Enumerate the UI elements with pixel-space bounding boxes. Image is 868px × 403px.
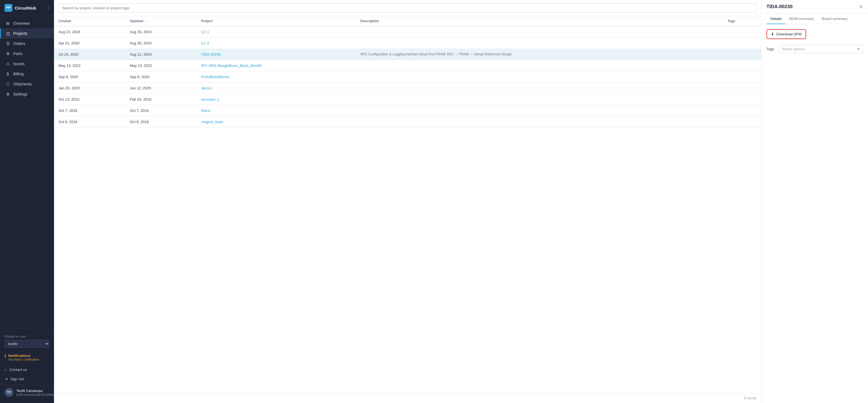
sign-out-label: Sign out [10, 377, 24, 381]
billing-icon: $ [5, 72, 10, 76]
cell-tags [723, 26, 761, 38]
table-row: Jan 20, 2020Jun 12, 2020demo1 [54, 82, 761, 94]
sidebar-item-issues-label: Issues [13, 62, 25, 66]
project-link[interactable]: eurorack_1 [201, 97, 219, 101]
parts-icon: ⚙ [5, 52, 10, 56]
cell-project[interactable]: IPC-2581-BeagleBone_Black_RevB6 [196, 60, 356, 71]
table-row: Oct 6, 2016Oct 6, 2016magnet_base [54, 116, 761, 128]
notifications-subtitle: You have 1 notification [8, 358, 39, 361]
col-tags: Tags [723, 16, 761, 26]
sidebar-item-settings-label: Settings [13, 92, 28, 96]
sidebar-item-overview[interactable]: ⊞ Overview [0, 18, 54, 28]
cell-project[interactable]: ProtoBoardDemo [196, 71, 356, 82]
sidebar-item-settings[interactable]: ⚙ Settings [0, 89, 54, 99]
tags-select[interactable]: Select options [779, 45, 863, 54]
sidebar-bottom: Display for user teofilc ℹ Notifications… [0, 328, 54, 403]
cell-tags [723, 49, 761, 60]
sign-out-icon: ⇥ [4, 377, 8, 381]
cell-project[interactable]: frame [196, 105, 356, 116]
project-link[interactable]: LC-1 [201, 30, 209, 34]
col-updated[interactable]: Updated ↓ [125, 16, 197, 26]
contact-icon: ○ [4, 368, 7, 372]
cell-updated: Jun 12, 2020 [125, 82, 197, 94]
sidebar-item-billing-label: Billing [13, 72, 24, 76]
cell-description [356, 116, 723, 128]
cell-project[interactable]: demo1 [196, 82, 356, 94]
orders-icon: ☰ [5, 41, 10, 46]
cell-project[interactable]: TIDA-00230 [196, 49, 356, 60]
project-link[interactable]: frame [201, 108, 210, 113]
sidebar-item-projects[interactable]: ◫ Projects [0, 28, 54, 38]
table-container: Created Updated ↓ Project Description Ta… [54, 16, 761, 393]
contact-us-label: Contact us [9, 368, 27, 372]
sidebar-item-parts[interactable]: ⚙ Parts [0, 48, 54, 59]
project-link[interactable]: demo1 [201, 86, 212, 90]
right-panel: TIDA-00230 ✕ Details BOM summary Board s… [761, 0, 868, 403]
display-for-user-section: Display for user teofilc [0, 332, 54, 351]
download-dfm-button[interactable]: ⬇ Download DFM [767, 29, 806, 39]
cell-tags [723, 116, 761, 128]
close-panel-button[interactable]: ✕ [859, 4, 863, 9]
cell-updated: Aug 30, 2024 [125, 26, 197, 38]
display-for-user-select[interactable]: teofilc [4, 340, 50, 348]
table-row: Apr 21, 2020Aug 30, 2024LC-2 [54, 38, 761, 49]
cell-project[interactable]: magnet_base [196, 116, 356, 128]
cell-project[interactable]: LC-1 [196, 26, 356, 38]
cell-updated: Aug 12, 2024 [125, 49, 197, 60]
cell-created: Jan 20, 2020 [54, 82, 125, 94]
shipments-icon: ⬡ [5, 82, 10, 86]
notifications-title[interactable]: Notifications [8, 354, 39, 358]
cell-description [356, 94, 723, 105]
cell-tags [723, 71, 761, 82]
project-link[interactable]: LC-2 [201, 41, 209, 45]
cell-description [356, 38, 723, 49]
overview-icon: ⊞ [5, 21, 10, 26]
sidebar-item-issues[interactable]: ⚠ Issues [0, 59, 54, 69]
cell-project[interactable]: eurorack_1 [196, 94, 356, 105]
bottom-links: ○ Contact us ⇥ Sign out [0, 364, 54, 385]
cell-project[interactable]: LC-2 [196, 38, 356, 49]
sidebar-item-parts-label: Parts [13, 52, 23, 56]
results-count: 9 results [744, 396, 757, 400]
col-created: Created [54, 16, 125, 26]
panel-header: TIDA-00230 ✕ [762, 0, 868, 14]
sidebar-item-orders[interactable]: ☰ Orders [0, 38, 54, 48]
cell-description [356, 71, 723, 82]
cell-created: Oct 6, 2016 [54, 116, 125, 128]
contact-us-link[interactable]: ○ Contact us [0, 365, 54, 374]
tags-label: Tags [767, 47, 774, 51]
table-header-row: Created Updated ↓ Project Description Ta… [54, 16, 761, 26]
cell-created: Aug 23, 2024 [54, 26, 125, 38]
table-row: Aug 23, 2024Aug 30, 2024LC-1 [54, 26, 761, 38]
notification-icon: ℹ [4, 354, 6, 358]
cell-tags [723, 82, 761, 94]
tab-details[interactable]: Details [767, 14, 786, 24]
table-row: May 13, 2022May 13, 2022IPC-2581-BeagleB… [54, 60, 761, 71]
project-link[interactable]: TIDA-00230 [201, 52, 221, 57]
sign-out-link[interactable]: ⇥ Sign out [0, 374, 54, 383]
cell-updated: May 13, 2022 [125, 60, 197, 71]
projects-icon: ◫ [5, 31, 10, 36]
user-name: Teofil Camarasu [16, 389, 54, 393]
cell-tags [723, 60, 761, 71]
project-link[interactable]: ProtoBoardDemo [201, 75, 229, 79]
project-link[interactable]: magnet_base [201, 120, 223, 124]
cell-tags [723, 94, 761, 105]
cell-updated: Aug 30, 2024 [125, 38, 197, 49]
cell-updated: Oct 6, 2016 [125, 116, 197, 128]
search-input[interactable] [59, 3, 757, 13]
tab-bom-summary[interactable]: BOM summary [786, 14, 818, 24]
project-link[interactable]: IPC-2581-BeagleBone_Black_RevB6 [201, 64, 261, 68]
cell-updated: Feb 24, 2018 [125, 94, 197, 105]
sidebar-item-shipments-label: Shipments [13, 82, 32, 86]
collapse-button[interactable]: ‹ [48, 5, 50, 10]
tab-board-summary[interactable]: Board summary [818, 14, 851, 24]
sidebar-header: CircuitHub ‹ [0, 0, 54, 16]
sidebar-item-overview-label: Overview [13, 21, 30, 26]
sidebar-item-shipments[interactable]: ⬡ Shipments [0, 79, 54, 89]
svg-point-1 [8, 7, 9, 9]
cell-description: NFC Configuration & Logging Interface (D… [356, 49, 723, 60]
cell-description [356, 82, 723, 94]
sidebar-item-billing[interactable]: $ Billing [0, 69, 54, 79]
avatar: TC [4, 388, 13, 397]
